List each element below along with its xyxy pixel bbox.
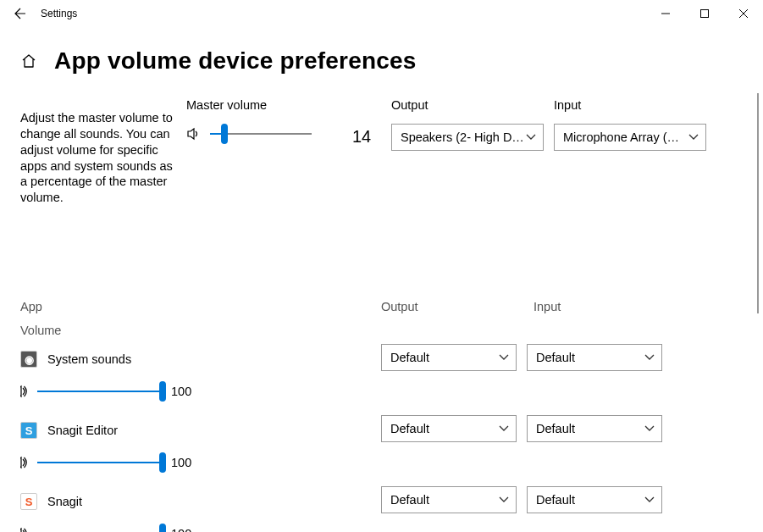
master-section: Adjust the master volume to change all s… (20, 93, 760, 263)
app-volume-slider[interactable] (37, 381, 163, 402)
chevron-down-icon (526, 132, 536, 142)
chevron-down-icon (499, 352, 509, 363)
app-icon: S (20, 493, 37, 510)
titlebar: Settings (0, 0, 763, 27)
column-header-output: Output (381, 300, 418, 313)
app-input-value: Default (536, 351, 644, 364)
back-button[interactable] (0, 0, 41, 27)
app-output-dropdown[interactable]: Default (381, 344, 517, 371)
output-label: Output (391, 98, 544, 112)
column-header-input: Input (534, 300, 561, 313)
master-input-value: Microphone Array (… (563, 130, 688, 144)
page-title: App volume device preferences (54, 47, 417, 75)
app-input-dropdown[interactable]: Default (527, 344, 662, 371)
column-header-volume: Volume (20, 324, 61, 337)
app-output-value: Default (390, 351, 499, 364)
master-volume-label: Master volume (186, 98, 369, 112)
app-name-label: System sounds (47, 352, 131, 366)
maximize-icon (700, 9, 709, 18)
column-header-app: App (20, 300, 42, 313)
app-output-dropdown[interactable]: Default (381, 486, 517, 513)
master-volume-slider[interactable] (210, 124, 312, 144)
app-volume-slider[interactable] (37, 524, 163, 532)
speaker-icon[interactable] (20, 384, 29, 399)
app-output-value: Default (390, 422, 499, 435)
speaker-icon[interactable] (20, 526, 29, 532)
app-icon: ◉ (20, 351, 37, 368)
chevron-down-icon (688, 132, 699, 142)
close-button[interactable] (724, 0, 763, 27)
close-icon (739, 9, 748, 18)
chevron-down-icon (499, 495, 509, 505)
master-output-dropdown[interactable]: Speakers (2- High D… (391, 124, 544, 151)
description-text: Adjust the master volume to change all s… (20, 110, 174, 206)
home-icon (20, 53, 37, 69)
app-input-value: Default (536, 422, 644, 435)
app-output-value: Default (390, 493, 499, 507)
svg-rect-0 (701, 10, 709, 18)
app-name-label: Snagit (47, 495, 82, 508)
speaker-icon[interactable] (186, 126, 202, 141)
master-output-value: Speakers (2- High D… (401, 130, 526, 144)
chevron-down-icon (644, 352, 655, 363)
minimize-button[interactable] (646, 0, 685, 27)
input-label: Input (554, 98, 706, 112)
content-area: Adjust the master volume to change all s… (20, 93, 760, 532)
speaker-icon[interactable] (20, 455, 29, 470)
app-volume-slider[interactable] (37, 452, 163, 473)
master-volume-column: Master volume (186, 98, 369, 144)
maximize-button[interactable] (685, 0, 724, 27)
app-icon: S (20, 422, 37, 439)
app-name-label: Snagit Editor (47, 424, 118, 437)
app-volume-value: 100 (171, 385, 191, 398)
master-input-dropdown[interactable]: Microphone Array (… (554, 124, 706, 151)
master-volume-value: 14 (352, 127, 371, 147)
app-input-dropdown[interactable]: Default (527, 486, 662, 513)
app-volume-value: 100 (171, 456, 191, 469)
home-button[interactable] (20, 53, 37, 69)
window-title: Settings (41, 8, 77, 19)
master-output-column: Output Speakers (2- High D… (391, 98, 544, 151)
arrow-left-icon (14, 7, 27, 20)
page-header: App volume device preferences (0, 27, 763, 75)
window-controls (646, 0, 763, 27)
minimize-icon (661, 9, 670, 18)
chevron-down-icon (499, 424, 509, 434)
chevron-down-icon (644, 424, 655, 434)
app-output-dropdown[interactable]: Default (381, 415, 517, 442)
master-input-column: Input Microphone Array (… (554, 98, 706, 151)
app-input-dropdown[interactable]: Default (527, 415, 662, 442)
app-input-value: Default (536, 493, 644, 507)
chevron-down-icon (644, 495, 655, 505)
app-volume-value: 100 (171, 527, 191, 532)
